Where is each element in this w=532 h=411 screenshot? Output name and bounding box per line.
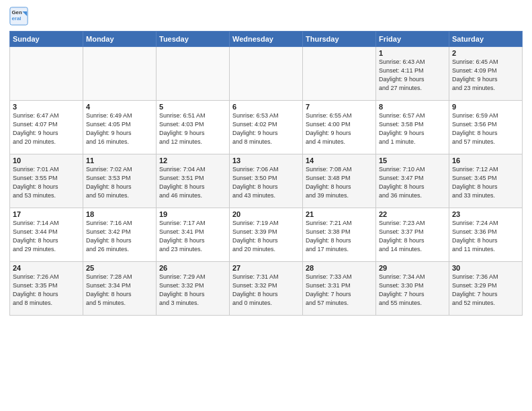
calendar-cell: 28Sunrise: 7:33 AM Sunset: 3:31 PM Dayli… xyxy=(303,262,376,316)
calendar-cell xyxy=(303,47,376,101)
weekday-header: Saturday xyxy=(449,32,523,47)
day-number: 4 xyxy=(86,103,153,111)
day-info: Sunrise: 7:36 AM Sunset: 3:29 PM Dayligh… xyxy=(452,273,519,308)
day-number: 27 xyxy=(232,264,300,272)
day-info: Sunrise: 6:53 AM Sunset: 4:02 PM Dayligh… xyxy=(232,111,300,146)
calendar-week-row: 17Sunrise: 7:14 AM Sunset: 3:44 PM Dayli… xyxy=(10,208,523,262)
day-info: Sunrise: 7:29 AM Sunset: 3:32 PM Dayligh… xyxy=(159,273,226,308)
calendar-cell: 8Sunrise: 6:57 AM Sunset: 3:58 PM Daylig… xyxy=(376,101,449,154)
day-info: Sunrise: 7:14 AM Sunset: 3:44 PM Dayligh… xyxy=(13,219,80,254)
day-info: Sunrise: 6:45 AM Sunset: 4:09 PM Dayligh… xyxy=(452,58,519,93)
calendar-cell: 19Sunrise: 7:17 AM Sunset: 3:41 PM Dayli… xyxy=(157,208,230,262)
day-number: 11 xyxy=(86,156,153,165)
day-info: Sunrise: 7:17 AM Sunset: 3:41 PM Dayligh… xyxy=(159,219,226,254)
day-number: 18 xyxy=(86,210,153,218)
calendar-cell: 20Sunrise: 7:19 AM Sunset: 3:39 PM Dayli… xyxy=(230,208,303,262)
calendar-week-row: 1Sunrise: 6:43 AM Sunset: 4:11 PM Daylig… xyxy=(10,47,523,101)
day-number: 2 xyxy=(452,49,519,57)
calendar-week-row: 24Sunrise: 7:26 AM Sunset: 3:35 PM Dayli… xyxy=(10,262,523,316)
svg-text:Gen: Gen xyxy=(12,9,22,15)
calendar-week-row: 10Sunrise: 7:01 AM Sunset: 3:55 PM Dayli… xyxy=(10,154,523,208)
calendar-cell xyxy=(157,47,230,101)
calendar-cell: 14Sunrise: 7:08 AM Sunset: 3:48 PM Dayli… xyxy=(303,154,376,208)
day-info: Sunrise: 6:51 AM Sunset: 4:03 PM Dayligh… xyxy=(159,111,226,146)
weekday-header: Friday xyxy=(376,32,449,47)
calendar-cell: 24Sunrise: 7:26 AM Sunset: 3:35 PM Dayli… xyxy=(10,262,83,316)
day-number: 24 xyxy=(13,264,80,272)
calendar-cell: 10Sunrise: 7:01 AM Sunset: 3:55 PM Dayli… xyxy=(10,154,83,208)
day-info: Sunrise: 6:49 AM Sunset: 4:05 PM Dayligh… xyxy=(86,111,153,146)
day-number: 25 xyxy=(86,264,153,272)
day-info: Sunrise: 7:04 AM Sunset: 3:51 PM Dayligh… xyxy=(159,165,226,200)
day-info: Sunrise: 6:55 AM Sunset: 4:00 PM Dayligh… xyxy=(306,111,373,146)
calendar-cell: 5Sunrise: 6:51 AM Sunset: 4:03 PM Daylig… xyxy=(157,101,230,154)
day-info: Sunrise: 7:01 AM Sunset: 3:55 PM Dayligh… xyxy=(13,165,80,200)
calendar-cell: 7Sunrise: 6:55 AM Sunset: 4:00 PM Daylig… xyxy=(303,101,376,154)
day-number: 15 xyxy=(379,156,446,165)
day-info: Sunrise: 6:47 AM Sunset: 4:07 PM Dayligh… xyxy=(13,111,80,146)
day-number: 22 xyxy=(379,210,446,218)
day-number: 17 xyxy=(13,210,80,218)
calendar-cell: 29Sunrise: 7:34 AM Sunset: 3:30 PM Dayli… xyxy=(376,262,449,316)
calendar-cell xyxy=(10,47,83,101)
weekday-header: Wednesday xyxy=(230,32,303,47)
day-number: 14 xyxy=(306,156,373,165)
calendar-cell: 18Sunrise: 7:16 AM Sunset: 3:42 PM Dayli… xyxy=(83,208,157,262)
day-info: Sunrise: 7:06 AM Sunset: 3:50 PM Dayligh… xyxy=(232,165,300,200)
calendar-cell: 2Sunrise: 6:45 AM Sunset: 4:09 PM Daylig… xyxy=(449,47,523,101)
logo-icon: Gen eral xyxy=(9,7,28,26)
calendar-cell: 4Sunrise: 6:49 AM Sunset: 4:05 PM Daylig… xyxy=(83,101,157,154)
day-number: 29 xyxy=(379,264,446,272)
day-info: Sunrise: 7:34 AM Sunset: 3:30 PM Dayligh… xyxy=(379,273,446,308)
calendar-cell: 3Sunrise: 6:47 AM Sunset: 4:07 PM Daylig… xyxy=(10,101,83,154)
day-number: 7 xyxy=(306,103,373,111)
day-number: 30 xyxy=(452,264,519,272)
calendar-cell: 13Sunrise: 7:06 AM Sunset: 3:50 PM Dayli… xyxy=(230,154,303,208)
day-number: 6 xyxy=(232,103,300,111)
calendar-cell: 9Sunrise: 6:59 AM Sunset: 3:56 PM Daylig… xyxy=(449,101,523,154)
calendar: SundayMondayTuesdayWednesdayThursdayFrid… xyxy=(9,31,523,316)
svg-text:eral: eral xyxy=(12,15,21,21)
weekday-header: Monday xyxy=(83,32,157,47)
day-info: Sunrise: 7:21 AM Sunset: 3:38 PM Dayligh… xyxy=(306,219,373,254)
day-number: 19 xyxy=(159,210,226,218)
day-info: Sunrise: 7:08 AM Sunset: 3:48 PM Dayligh… xyxy=(306,165,373,200)
day-number: 13 xyxy=(232,156,300,165)
day-info: Sunrise: 7:24 AM Sunset: 3:36 PM Dayligh… xyxy=(452,219,519,254)
logo: Gen eral xyxy=(9,7,31,26)
day-number: 16 xyxy=(452,156,519,165)
day-info: Sunrise: 7:23 AM Sunset: 3:37 PM Dayligh… xyxy=(379,219,446,254)
day-info: Sunrise: 7:10 AM Sunset: 3:47 PM Dayligh… xyxy=(379,165,446,200)
day-number: 5 xyxy=(159,103,226,111)
calendar-cell: 6Sunrise: 6:53 AM Sunset: 4:02 PM Daylig… xyxy=(230,101,303,154)
day-info: Sunrise: 7:31 AM Sunset: 3:32 PM Dayligh… xyxy=(232,273,300,308)
calendar-cell: 15Sunrise: 7:10 AM Sunset: 3:47 PM Dayli… xyxy=(376,154,449,208)
day-info: Sunrise: 7:16 AM Sunset: 3:42 PM Dayligh… xyxy=(86,219,153,254)
calendar-cell: 21Sunrise: 7:21 AM Sunset: 3:38 PM Dayli… xyxy=(303,208,376,262)
day-number: 20 xyxy=(232,210,300,218)
calendar-cell: 12Sunrise: 7:04 AM Sunset: 3:51 PM Dayli… xyxy=(157,154,230,208)
calendar-cell: 30Sunrise: 7:36 AM Sunset: 3:29 PM Dayli… xyxy=(449,262,523,316)
calendar-cell: 11Sunrise: 7:02 AM Sunset: 3:53 PM Dayli… xyxy=(83,154,157,208)
day-info: Sunrise: 7:12 AM Sunset: 3:45 PM Dayligh… xyxy=(452,165,519,200)
day-info: Sunrise: 7:26 AM Sunset: 3:35 PM Dayligh… xyxy=(13,273,80,308)
calendar-cell: 27Sunrise: 7:31 AM Sunset: 3:32 PM Dayli… xyxy=(230,262,303,316)
calendar-header-row: SundayMondayTuesdayWednesdayThursdayFrid… xyxy=(10,32,523,47)
weekday-header: Thursday xyxy=(303,32,376,47)
calendar-cell: 26Sunrise: 7:29 AM Sunset: 3:32 PM Dayli… xyxy=(157,262,230,316)
day-number: 8 xyxy=(379,103,446,111)
day-number: 21 xyxy=(306,210,373,218)
day-info: Sunrise: 6:57 AM Sunset: 3:58 PM Dayligh… xyxy=(379,111,446,146)
weekday-header: Tuesday xyxy=(157,32,230,47)
day-number: 26 xyxy=(159,264,226,272)
day-number: 1 xyxy=(379,49,446,57)
day-info: Sunrise: 7:28 AM Sunset: 3:34 PM Dayligh… xyxy=(86,273,153,308)
day-info: Sunrise: 7:19 AM Sunset: 3:39 PM Dayligh… xyxy=(232,219,300,254)
calendar-cell xyxy=(230,47,303,101)
day-number: 3 xyxy=(13,103,80,111)
day-number: 9 xyxy=(452,103,519,111)
calendar-cell: 16Sunrise: 7:12 AM Sunset: 3:45 PM Dayli… xyxy=(449,154,523,208)
day-number: 10 xyxy=(13,156,80,165)
calendar-cell: 17Sunrise: 7:14 AM Sunset: 3:44 PM Dayli… xyxy=(10,208,83,262)
day-info: Sunrise: 7:02 AM Sunset: 3:53 PM Dayligh… xyxy=(86,165,153,200)
